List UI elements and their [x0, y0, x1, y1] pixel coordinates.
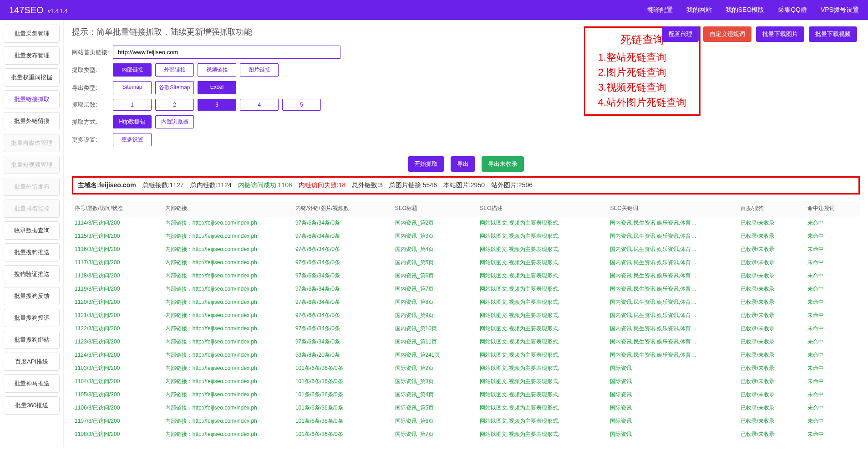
topnav: 翻译配置我的网站我的SEO模版采集QQ群VPS拨号设置 [647, 6, 859, 14]
table-row[interactable]: 1103/3/已访问/200内部链接：http://feijiseo.com/i… [72, 362, 860, 375]
column-header[interactable]: SEO描述 [477, 201, 607, 216]
table-cell: 未命中 [805, 428, 860, 441]
table-row[interactable]: 1123/3/已访问/200内部链接：http://feijiseo.com/i… [72, 335, 860, 348]
table-row[interactable]: 1107/3/已访问/200内部链接：http://feijiseo.com/i… [72, 415, 860, 428]
sidebar-item[interactable]: 百度API推送 [4, 353, 60, 371]
table-cell: 1124/3/已访问/200 [72, 348, 162, 362]
column-header[interactable]: SEO关键词 [607, 201, 737, 216]
column-header[interactable]: 序号/层数/访问/状态 [72, 201, 162, 216]
table-cell: 1115/3/已访问/200 [72, 230, 162, 243]
table-row[interactable]: 1117/3/已访问/200内部链接：http://feijiseo.com/i… [72, 256, 860, 269]
table-cell: 网站以图文,视频为主要表现形式, [477, 401, 607, 415]
table-row[interactable]: 1122/3/已访问/200内部链接：http://feijiseo.com/i… [72, 322, 860, 335]
sidebar-item[interactable]: 批量搜狗投诉 [4, 309, 60, 327]
url-input[interactable] [113, 46, 340, 59]
table-row[interactable]: 1118/3/已访问/200内部链接：http://feijiseo.com/i… [72, 269, 860, 282]
option-button[interactable]: Http数据包 [113, 115, 152, 128]
option-button[interactable]: 2 [155, 99, 194, 111]
table-cell: 网站以图文,视频为主要表现形式, [477, 296, 607, 309]
topnav-item[interactable]: 我的网站 [686, 6, 712, 14]
sidebar-item: 批量外链发布 [4, 178, 60, 196]
column-header[interactable]: 百度/搜狗 [738, 201, 805, 216]
table-cell: 1118/3/已访问/200 [72, 269, 162, 282]
column-header[interactable]: 内部链接 [162, 201, 293, 216]
table-cell: 101条/6条/36条/0条 [293, 362, 392, 375]
option-button[interactable]: 内部链接 [113, 63, 152, 77]
option-button[interactable]: 谷歌Sitemap [155, 81, 194, 94]
export-button[interactable]: 导出 [451, 156, 475, 172]
table-cell: 国内资讯,民生资讯,娱乐资讯,体育… [607, 348, 737, 362]
topnav-item[interactable]: 采集QQ群 [778, 6, 807, 14]
table-row[interactable]: 1121/3/已访问/200内部链接：http://feijiseo.com/i… [72, 309, 860, 322]
table-cell: 已收录/未收录 [738, 428, 805, 441]
method-options: Http数据包内置浏览器 [113, 115, 194, 128]
table-cell: 1120/3/已访问/200 [72, 296, 162, 309]
sidebar-item[interactable]: 批量链接抓取 [4, 90, 60, 108]
sidebar-item[interactable]: 批量搜狗反馈 [4, 287, 60, 305]
table-cell: 国内资讯,民生资讯,娱乐资讯,体育… [607, 230, 737, 243]
start-crawl-button[interactable]: 开始抓取 [408, 156, 444, 172]
column-header[interactable]: 命中违规词 [805, 201, 860, 216]
table-row[interactable]: 1104/3/已访问/200内部链接：http://feijiseo.com/i… [72, 375, 860, 388]
results-table: 序号/层数/访问/状态内部链接内链/外链/图片/视频数SEO标题SEO描述SEO… [72, 201, 860, 441]
sidebar-item[interactable]: 搜狗验证推送 [4, 265, 60, 283]
option-button[interactable]: 3 [198, 99, 236, 111]
table-row[interactable]: 1120/3/已访问/200内部链接：http://feijiseo.com/i… [72, 296, 860, 309]
table-cell: 国内资讯_第241页 [392, 348, 477, 362]
topnav-item[interactable]: 我的SEO模版 [726, 6, 765, 14]
sidebar-item[interactable]: 批量外链留痕 [4, 112, 60, 130]
more-settings-button[interactable]: 更多设置 [113, 133, 152, 146]
table-cell: 网站以图文,视频为主要表现形式, [477, 428, 607, 441]
table-row[interactable]: 1119/3/已访问/200内部链接：http://feijiseo.com/i… [72, 282, 860, 296]
table-cell: 国际资讯_第5页 [392, 401, 477, 415]
table-cell: 内部链接：http://feijiseo.com/index.ph [162, 335, 293, 348]
table-cell: 未命中 [805, 309, 860, 322]
sidebar-item[interactable]: 收录数据查询 [4, 221, 60, 240]
export-unindexed-button[interactable]: 导出未收录 [482, 156, 524, 172]
sidebar-item[interactable]: 批量发布管理 [4, 46, 60, 65]
table-row[interactable]: 1114/3/已访问/200内部链接：http://feijiseo.com/i… [72, 216, 860, 230]
table-row[interactable]: 1106/3/已访问/200内部链接：http://feijiseo.com/i… [72, 401, 860, 415]
table-cell: 已收录/未收录 [738, 415, 805, 428]
table-cell: 已收录/未收录 [738, 362, 805, 375]
table-cell: 网站以图文,视频为主要表现形式, [477, 348, 607, 362]
sidebar-item[interactable]: 批量神马推送 [4, 374, 60, 393]
table-row[interactable]: 1115/3/已访问/200内部链接：http://feijiseo.com/i… [72, 230, 860, 243]
table-row[interactable]: 1108/3/已访问/200内部链接：http://feijiseo.com/i… [72, 428, 860, 441]
brand: 147SEO v1.4.1.4 [9, 5, 67, 15]
option-button[interactable]: 4 [240, 99, 279, 111]
topnav-item[interactable]: 翻译配置 [647, 6, 673, 14]
table-cell: 内部链接：http://feijiseo.com/index.ph [162, 322, 293, 335]
sidebar-item[interactable]: 批量搜狗推送 [4, 243, 60, 261]
proxy-button[interactable]: 配置代理 [662, 26, 699, 42]
infobox-line: 1.整站死链查询 [598, 50, 686, 65]
column-header[interactable]: 内链/外链/图片/视频数 [293, 201, 392, 216]
column-header[interactable]: SEO标题 [392, 201, 477, 216]
table-row[interactable]: 1105/3/已访问/200内部链接：http://feijiseo.com/i… [72, 388, 860, 401]
table-row[interactable]: 1116/3/已访问/200内部链接：http://feijiseo.com/i… [72, 243, 860, 256]
rules-button[interactable]: 自定义违规词 [703, 26, 751, 42]
option-button[interactable]: 1 [113, 99, 152, 111]
sidebar-item[interactable]: 批量360推送 [4, 396, 60, 415]
table-cell: 国内资讯_第3页 [392, 230, 477, 243]
sidebar-item[interactable]: 批量权重词挖掘 [4, 68, 60, 87]
table-cell: 国内资讯_第11页 [392, 335, 477, 348]
table-cell: 97条/6条/34条/0条 [293, 282, 392, 296]
option-button[interactable]: Sitemap [113, 81, 152, 94]
option-button[interactable]: Excel [198, 81, 236, 94]
option-button[interactable]: 内置浏览器 [155, 115, 194, 128]
sidebar-item[interactable]: 批量搜狗绑站 [4, 331, 60, 349]
sidebar-item[interactable]: 批量采集管理 [4, 25, 60, 43]
download-videos-button[interactable]: 批量下载视频 [809, 26, 857, 42]
download-images-button[interactable]: 批量下载图片 [756, 26, 804, 42]
table-cell: 97条/6条/34条/0条 [293, 269, 392, 282]
option-button[interactable]: 视频链接 [198, 63, 236, 77]
brand-name: 147SEO [9, 5, 44, 15]
option-button[interactable]: 外部链接 [155, 63, 194, 77]
option-button[interactable]: 图片链接 [240, 63, 279, 77]
topnav-item[interactable]: VPS拨号设置 [821, 6, 859, 14]
table-cell: 国内资讯,民生资讯,娱乐资讯,体育… [607, 243, 737, 256]
table-row[interactable]: 1124/3/已访问/200内部链接：http://feijiseo.com/i… [72, 348, 860, 362]
stat-success: 内链访问成功:1106 [238, 181, 292, 190]
option-button[interactable]: 5 [282, 99, 321, 111]
